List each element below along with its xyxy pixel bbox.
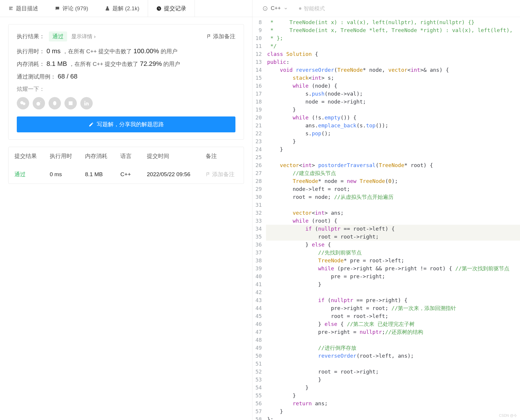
share-label: 炫耀一下： <box>17 85 235 93</box>
comment-icon <box>55 6 60 11</box>
code-area[interactable]: * TreeNode(int x) : val(x), left(nullptr… <box>266 17 520 420</box>
svg-rect-5 <box>84 102 86 105</box>
tab-label: 提交记录 <box>164 5 186 12</box>
time-row: 执行用时：0 ms，在所有 C++ 提交中击败了 100.00% 的用户 <box>17 47 235 55</box>
row-time: 0 ms <box>50 171 85 178</box>
tab-submissions[interactable]: 提交记录 <box>148 0 195 17</box>
line-gutter: 8910111213141516171819202122232425262728… <box>252 17 266 420</box>
language-select[interactable]: C++ <box>258 4 292 13</box>
row-status[interactable]: 通过 <box>14 171 50 178</box>
status-dot-icon <box>299 7 301 10</box>
douban-button[interactable] <box>64 97 77 109</box>
weibo-button[interactable] <box>33 97 45 109</box>
flag-icon <box>207 34 211 39</box>
tab-label: 评论 (979) <box>62 5 88 12</box>
write-solution-button[interactable]: 写题解，分享我的解题思路 <box>17 116 235 132</box>
social-buttons <box>17 97 235 109</box>
row-add-note[interactable]: 添加备注 <box>206 171 238 178</box>
flag-icon <box>206 172 210 177</box>
svg-rect-4 <box>69 101 73 105</box>
tab-description[interactable]: 题目描述 <box>0 0 46 17</box>
history-table: 提交结果 执行用时 内存消耗 语言 提交时间 备注 通过 0 ms 8.1 MB… <box>8 147 244 184</box>
testcase-row: 通过测试用例：68 / 68 <box>17 73 235 81</box>
clock-icon <box>156 6 162 11</box>
wechat-icon <box>20 100 26 106</box>
row-mem: 8.1 MB <box>85 171 120 178</box>
linkedin-button[interactable] <box>80 97 93 109</box>
svg-point-6 <box>84 101 86 102</box>
weibo-icon <box>36 100 42 106</box>
description-icon <box>8 6 14 11</box>
chevron-down-icon <box>284 6 288 11</box>
pencil-icon <box>89 122 94 127</box>
result-card: 执行结果： 通过 显示详情 › 添加备注 执行用时：0 ms，在所有 C++ 提… <box>8 24 244 140</box>
svg-point-2 <box>36 102 40 106</box>
result-status: 通过 <box>49 31 67 41</box>
code-editor[interactable]: 8910111213141516171819202122232425262728… <box>252 17 520 420</box>
tab-label: 题解 (2.1k) <box>112 5 139 12</box>
result-label: 执行结果： <box>17 33 45 40</box>
auto-mode-indicator[interactable]: 智能模式 <box>299 5 325 12</box>
tab-comments[interactable]: 评论 (979) <box>46 0 97 17</box>
wechat-button[interactable] <box>17 97 29 109</box>
flask-icon <box>105 6 110 11</box>
row-lang: C++ <box>120 171 147 178</box>
editor-toolbar: C++ 智能模式 <box>252 0 520 17</box>
tab-label: 题目描述 <box>16 5 38 12</box>
row-ts: 2022/05/22 09:56 <box>147 171 206 178</box>
history-row[interactable]: 通过 0 ms 8.1 MB C++ 2022/05/22 09:56 添加备注 <box>9 165 244 184</box>
qq-button[interactable] <box>49 97 61 109</box>
history-header: 提交结果 执行用时 内存消耗 语言 提交时间 备注 <box>9 147 244 165</box>
douban-icon <box>67 100 74 106</box>
linkedin-icon <box>83 100 90 106</box>
add-note-button[interactable]: 添加备注 <box>207 33 235 40</box>
watermark: CSDN @今 <box>499 413 517 418</box>
svg-point-3 <box>53 101 57 106</box>
show-detail-link[interactable]: 显示详情 › <box>71 33 96 40</box>
qq-icon <box>51 100 58 106</box>
tab-solutions[interactable]: 题解 (2.1k) <box>97 0 148 17</box>
info-icon <box>263 6 268 11</box>
left-tabs: 题目描述 评论 (979) 题解 (2.1k) 提交记录 <box>0 0 252 17</box>
memory-row: 内存消耗：8.1 MB，在所有 C++ 提交中击败了 72.29% 的用户 <box>17 60 235 68</box>
svg-point-1 <box>23 102 25 105</box>
